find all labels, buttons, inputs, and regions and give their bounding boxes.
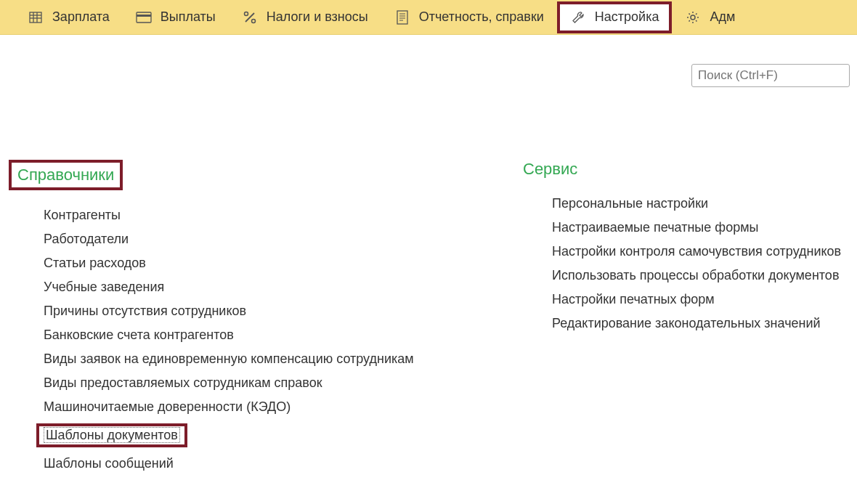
toolbar-item-reports[interactable]: Отчетность, справки: [381, 1, 557, 33]
link-bank-accounts[interactable]: Банковские счета контрагентов: [44, 328, 234, 342]
link-message-templates[interactable]: Шаблоны сообщений: [44, 456, 174, 471]
link-expense-items[interactable]: Статьи расходов: [44, 256, 146, 270]
section-title-service: Сервис: [523, 160, 577, 179]
highlighted-link-container: Шаблоны документов: [36, 423, 187, 447]
link-document-templates[interactable]: Шаблоны документов: [44, 427, 180, 443]
svg-point-15: [691, 15, 695, 20]
svg-rect-5: [137, 12, 151, 23]
service-link-list: Персональные настройки Настраиваемые печ…: [523, 196, 842, 331]
link-absence-reasons[interactable]: Причины отсутствия сотрудников: [44, 304, 246, 318]
link-employers[interactable]: Работодатели: [44, 232, 129, 246]
search-input[interactable]: [691, 64, 850, 87]
toolbar-label: Адм: [710, 9, 735, 25]
toolbar-item-taxes[interactable]: Налоги и взносы: [229, 1, 381, 33]
toolbar-label: Отчетность, справки: [419, 9, 544, 25]
svg-point-7: [244, 12, 248, 15]
link-print-form-settings[interactable]: Настройки печатных форм: [552, 292, 715, 306]
card-icon: [136, 9, 152, 25]
wrench-icon: [570, 9, 586, 25]
link-health-settings[interactable]: Настройки контроля самочувствия сотрудни…: [552, 244, 841, 259]
link-personal-settings[interactable]: Персональные настройки: [552, 196, 708, 211]
main-toolbar: Зарплата Выплаты Налоги и взносы Отчетно…: [0, 0, 857, 35]
svg-rect-6: [137, 15, 151, 17]
search-bar: [691, 64, 850, 87]
toolbar-label: Зарплата: [52, 9, 110, 25]
section-title-references: Справочники: [9, 160, 123, 190]
references-link-list: Контрагенты Работодатели Статьи расходов…: [15, 208, 450, 471]
link-schools[interactable]: Учебные заведения: [44, 280, 164, 294]
percent-icon: [242, 9, 258, 25]
link-custom-print-forms[interactable]: Настраиваемые печатные формы: [552, 220, 758, 235]
toolbar-label: Налоги и взносы: [267, 9, 368, 25]
toolbar-item-settings[interactable]: Настройка: [557, 1, 673, 33]
link-compensation-types[interactable]: Виды заявок на единовременную компенсаци…: [44, 351, 414, 366]
svg-line-9: [245, 13, 254, 22]
svg-point-8: [251, 19, 255, 23]
doc-icon: [394, 9, 410, 25]
svg-rect-0: [30, 12, 41, 23]
toolbar-item-admin[interactable]: Адм: [672, 1, 748, 33]
content-area: Справочники Контрагенты Работодатели Ста…: [0, 87, 857, 495]
link-machine-proxies[interactable]: Машиночитаемые доверенности (КЭДО): [44, 399, 291, 414]
toolbar-item-payments[interactable]: Выплаты: [123, 1, 229, 33]
gear-icon: [685, 9, 701, 25]
link-document-processes[interactable]: Использовать процессы обработки документ…: [552, 268, 839, 283]
link-legal-values[interactable]: Редактирование законодательных значений: [552, 316, 821, 330]
toolbar-label: Настройка: [595, 9, 659, 25]
toolbar-item-salary[interactable]: Зарплата: [15, 1, 123, 33]
link-certificate-types[interactable]: Виды предоставляемых сотрудникам справок: [44, 375, 322, 390]
toolbar-label: Выплаты: [161, 9, 216, 25]
svg-rect-10: [397, 11, 407, 24]
column-references: Справочники Контрагенты Работодатели Ста…: [15, 160, 450, 480]
table-icon: [28, 9, 44, 25]
link-contragents[interactable]: Контрагенты: [44, 208, 121, 222]
column-service: Сервис Персональные настройки Настраивае…: [479, 160, 842, 480]
